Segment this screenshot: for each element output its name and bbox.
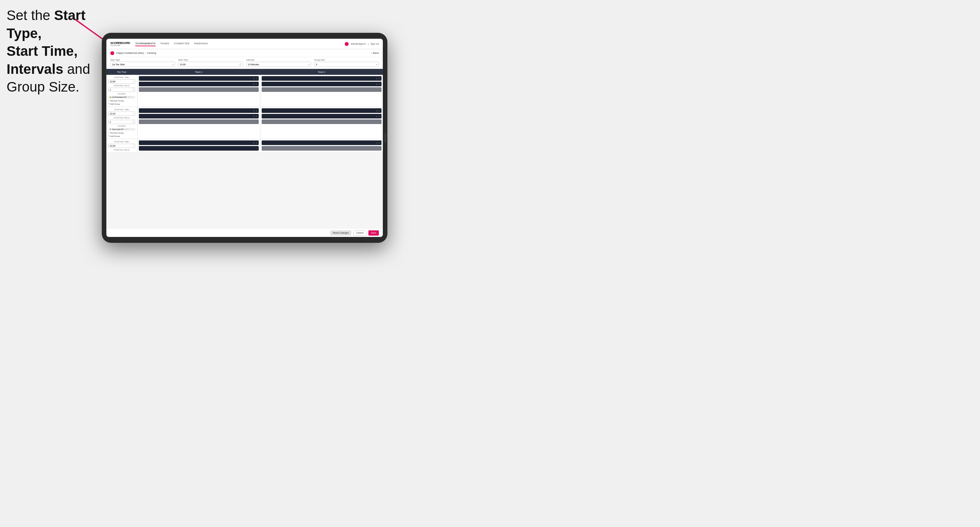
close-player-button[interactable]: ✕	[253, 115, 255, 117]
edit-course-button[interactable]: ✎	[130, 96, 131, 98]
team2-col-2: ✕ ✎ ✕ ✎	[260, 107, 383, 139]
remove-course-button[interactable]: ✕	[128, 96, 129, 98]
tee-group-2: STARTING TIME: 10:10 ⏱ STARTING HOLE: 1 …	[107, 107, 383, 139]
remove-icon: ○	[108, 132, 110, 134]
team2-col-1: ✕ ✎ ✕ ✎	[260, 75, 383, 106]
tablet-side-button	[385, 133, 386, 143]
player-row-empty	[262, 146, 382, 151]
time-icon: ⏱	[133, 81, 134, 83]
player-row: ✕ ✎	[139, 108, 259, 113]
start-time-label: Start Time	[178, 59, 243, 61]
tee-config-1: STARTING TIME: 10:00 ⏱ STARTING HOLE: 1 …	[107, 75, 138, 106]
group-size-label: Group Size	[314, 59, 379, 61]
spin-buttons: ▲▼	[133, 121, 134, 123]
th-team2: Team 2	[260, 71, 383, 73]
tee-group-1: STARTING TIME: 10:00 ⏱ STARTING HOLE: 1 …	[107, 75, 383, 107]
starting-time-input-3[interactable]: 10:20 ⏱	[108, 144, 135, 148]
close-player-button[interactable]: ✕	[376, 142, 377, 144]
annotation-bold: Start Type,Start Time,Intervals	[6, 8, 85, 77]
edit-player-button[interactable]: ✎	[256, 83, 258, 85]
add-group-link-1[interactable]: + Add Group	[108, 103, 135, 105]
remove-group-link-2[interactable]: ○ Remove Group	[108, 132, 135, 134]
course-label-2: COURSE:	[108, 125, 135, 127]
content-area[interactable]: STARTING TIME: 10:00 ⏱ STARTING HOLE: 1 …	[107, 75, 383, 229]
add-group-link-2[interactable]: + Add Group	[108, 135, 135, 137]
course-icon: 🏌	[109, 128, 111, 130]
start-type-select[interactable]: 1st Tee Start ▾	[110, 62, 175, 67]
tee-config-3: STARTING TIME: 10:20 ⏱ STARTING HOLE:	[107, 139, 138, 152]
nav-tab-rankings[interactable]: RANKINGS	[194, 41, 208, 46]
player-row: ✕ ✎	[139, 76, 259, 81]
spin-buttons: ▲▼	[133, 89, 134, 91]
time-icon: ⏱	[133, 145, 134, 147]
close-player-button[interactable]: ✕	[376, 83, 377, 85]
starting-hole-input-2[interactable]: 1 ▲▼	[108, 120, 135, 124]
edit-player-button[interactable]: ✎	[256, 115, 258, 117]
player-row-empty	[262, 87, 382, 92]
chevron-down-icon: ▾	[172, 63, 173, 66]
edit-course-button[interactable]: ✎	[127, 128, 128, 130]
chevron-down-icon: ▾	[376, 63, 377, 66]
tee-config-2: STARTING TIME: 10:10 ⏱ STARTING HOLE: 1 …	[107, 107, 138, 139]
course-tag-1: ⛳ (A) Peachtree GC ✕ ✎	[108, 96, 135, 98]
close-player-button[interactable]: —	[255, 147, 258, 149]
close-player-button[interactable]: ✕	[253, 110, 255, 112]
back-button[interactable]: ‹ Back	[371, 51, 379, 54]
close-player-button[interactable]: ✕	[376, 110, 377, 112]
intervals-select[interactable]: 10 Minutes ▾	[246, 62, 311, 67]
group-size-group: Group Size 3 ▾	[314, 59, 379, 67]
start-time-select[interactable]: 10:00 🕐	[178, 62, 243, 67]
edit-player-button[interactable]: ✎	[256, 78, 258, 80]
starting-time-label-3: STARTING TIME:	[108, 141, 135, 143]
edit-player-button[interactable]: ✎	[379, 110, 380, 112]
edit-player-button[interactable]: ✎	[379, 83, 380, 85]
th-team1: Team 1	[138, 71, 260, 73]
intervals-label: Intervals	[246, 59, 311, 61]
start-type-label: Start Type	[110, 59, 175, 61]
group-size-select[interactable]: 3 ▾	[314, 62, 379, 67]
close-player-button[interactable]: ✕	[253, 78, 255, 80]
remove-group-link-1[interactable]: ○ Remove Group	[108, 99, 135, 102]
starting-time-label-1: STARTING TIME:	[108, 76, 135, 78]
edit-player-button[interactable]: ✎	[379, 78, 380, 80]
intervals-group: Intervals 10 Minutes ▾	[246, 59, 311, 67]
time-icon: ⏱	[133, 113, 134, 114]
save-button[interactable]: Save	[368, 230, 379, 236]
nav-tab-tournaments[interactable]: TOURNAMENTS	[135, 41, 156, 46]
edit-player-button[interactable]: ✎	[256, 142, 258, 144]
close-player-button[interactable]: ✕	[253, 83, 255, 85]
remove-course-button[interactable]: ✕	[125, 128, 126, 130]
cancel-button[interactable]: Cancel	[353, 230, 366, 236]
breadcrumb-logo	[110, 51, 114, 55]
app-logo: SCOREBOARD Powered by clipp	[110, 42, 130, 46]
course-label-1: COURSE:	[108, 93, 135, 95]
player-row: ✕ ✎	[262, 76, 382, 81]
course-icon: ⛳	[109, 96, 111, 98]
tablet-screen: SCOREBOARD Powered by clipp TOURNAMENTS …	[107, 39, 383, 237]
reset-changes-button[interactable]: Reset Changes	[330, 230, 351, 236]
close-player-button[interactable]: ✕	[376, 115, 377, 117]
starting-hole-input-1[interactable]: 1 ▲▼	[108, 87, 135, 92]
team2-col-3: ✕ ✎	[260, 139, 383, 152]
nav-user: blair@clippd.io | Sign out	[345, 42, 379, 46]
edit-player-button[interactable]: ✎	[379, 115, 380, 117]
edit-player-button[interactable]: ✎	[256, 110, 258, 112]
nav-tab-teams[interactable]: TEAMS	[160, 41, 169, 46]
close-player-button[interactable]: ✕	[253, 142, 255, 144]
starting-hole-label-3: STARTING HOLE:	[108, 149, 135, 151]
nav-tab-committee[interactable]: COMMITTEE	[174, 41, 189, 46]
starting-time-label-2: STARTING TIME:	[108, 109, 135, 111]
footer-bar: Reset Changes Cancel Save	[107, 229, 383, 237]
player-row-empty	[139, 87, 259, 92]
player-row-empty	[139, 119, 259, 124]
settings-row: Start Type 1st Tee Start ▾ Start Time 10…	[107, 57, 383, 69]
starting-time-input-2[interactable]: 10:10 ⏱	[108, 111, 135, 116]
player-row: ✕ ✎	[262, 108, 382, 113]
close-player-button[interactable]: ✕	[376, 78, 377, 80]
th-tee-time: Tee Time	[107, 71, 138, 73]
player-row: ✕ ✎	[262, 114, 382, 119]
player-row: ✕ ✎	[262, 82, 382, 86]
edit-player-button[interactable]: ✎	[379, 142, 380, 144]
team1-col-3: ✕ ✎ —	[138, 139, 260, 152]
starting-time-input-1[interactable]: 10:00 ⏱	[108, 79, 135, 84]
